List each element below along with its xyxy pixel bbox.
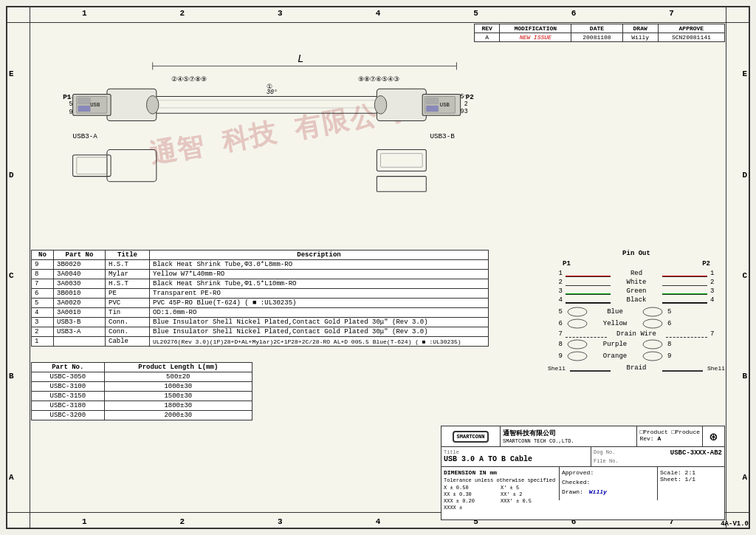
sheet-value: 1/1	[685, 476, 695, 483]
svg-rect-41	[377, 177, 426, 192]
svg-rect-13	[78, 98, 90, 104]
grid-letter-a-right: A	[742, 473, 747, 482]
svg-text:5: 5	[461, 93, 464, 100]
grid-num-2: 2	[180, 9, 185, 18]
svg-rect-40	[381, 154, 423, 168]
grid-num-bot-1: 1	[82, 517, 87, 526]
parts-row-3100: USBC-31001000±30	[32, 382, 252, 392]
svg-point-45	[568, 319, 587, 328]
tolerance-note: Tolerance unless otherwise specified	[444, 477, 557, 483]
svg-text:USB: USB	[440, 102, 450, 108]
rev-value: A	[657, 435, 661, 442]
grid-letter-d-left: D	[9, 171, 14, 180]
bom-row-6: 63B0010PETransparent PE-RO	[32, 289, 489, 299]
grid-num-5: 5	[473, 9, 478, 18]
grid-letter-a-left: A	[9, 473, 14, 482]
svg-point-21	[146, 96, 158, 115]
bom-header-title: Title	[106, 251, 150, 260]
grid-num-bot-4: 4	[376, 517, 381, 526]
company-name-en: SMARTCONN TECH CO.,LTD.	[503, 438, 634, 444]
pin-row-3: 3 Green 3	[548, 287, 725, 295]
svg-text:9: 9	[461, 108, 464, 115]
drawn-value: Willy	[589, 488, 607, 495]
svg-text:30°: 30°	[267, 89, 278, 95]
drawing-svg: L ②④⑤⑦⑧⑨ ⑨⑧⑦⑥⑤④③ ① USB P1 5 9 USB3-A USB…	[31, 24, 548, 245]
svg-text:9: 9	[69, 109, 72, 115]
parts-header-partno: Part No.	[32, 363, 105, 372]
svg-text:3: 3	[464, 108, 468, 115]
grid-num-4: 4	[376, 9, 381, 18]
svg-point-47	[568, 340, 587, 349]
svg-rect-39	[377, 150, 426, 171]
pin-row-7: 7 Drain Wire 7	[548, 330, 725, 338]
company-logo: SMARTCONN	[453, 431, 489, 443]
grid-num-bot-3: 3	[278, 517, 283, 526]
grid-letter-e-right: E	[742, 69, 747, 78]
bom-row-5: 53A0020PVCPVC 45P-RO Blue(T-624) ( ■ :UL…	[32, 299, 489, 308]
pin-row-2: 2 White 2	[548, 279, 725, 286]
svg-text:5: 5	[69, 100, 72, 107]
svg-point-43	[568, 307, 587, 316]
scale-value: 2:1	[685, 469, 695, 476]
pin-out-diagram: Pin Out P1 P2 1 Red 1 2 White 2 3 Green …	[548, 250, 725, 373]
bom-header-no: No	[32, 251, 54, 260]
bom-row-7: 73A0030H.S.TBlack Heat Shrink Tube,Φ1.5*…	[32, 279, 489, 289]
svg-point-46	[643, 319, 662, 328]
pin-row-6: 6 Yellow 6	[548, 318, 725, 329]
pin-row-shell: Shell Braid Shell	[548, 364, 725, 372]
grid-letter-b-right: B	[742, 372, 747, 381]
bom-table: No Part No Title Description 93B0020H.S.…	[31, 250, 489, 347]
svg-point-44	[643, 307, 662, 316]
bom-row-9: 93B0020H.S.TBlack Heat Shrink Tube,Φ3.0*…	[32, 260, 489, 270]
rev-header-approve: APPROVE	[658, 24, 724, 33]
dimension-unit: DIMENSION IN mm	[444, 469, 557, 476]
grid-letter-c-right: C	[742, 271, 747, 280]
rev-row-draw: Willy	[622, 33, 658, 42]
svg-text:USB: USB	[90, 102, 100, 108]
bom-row-4: 43A0010TinOD:1.0mm-RO	[32, 308, 489, 318]
svg-text:2: 2	[464, 100, 468, 107]
pin-row-1: 1 Red 1	[548, 270, 725, 277]
company-name-cn: 通智科技有限公司	[503, 429, 634, 438]
grid-letter-b-left: B	[9, 372, 14, 381]
svg-rect-29	[426, 106, 438, 112]
parts-row-3180: USBC-31801800±30	[32, 401, 252, 411]
bom-row-3: 3USB3-BConn.Blue Insulator Shell Nickel …	[32, 318, 489, 327]
svg-rect-23	[73, 155, 111, 177]
pin-out-p1-header: P1	[563, 260, 571, 268]
rev-header-date: DATE	[571, 24, 622, 33]
grid-num-6: 6	[571, 9, 577, 18]
grid-letter-c-left: C	[9, 271, 14, 280]
bom-header-desc: Description	[150, 251, 489, 260]
svg-point-50	[643, 352, 662, 361]
grid-num-1: 1	[82, 9, 87, 18]
grid-num-7: 7	[669, 9, 674, 18]
svg-text:USB3-B: USB3-B	[430, 132, 455, 140]
pin-row-8: 8 Purple 8	[548, 339, 725, 350]
svg-rect-14	[78, 106, 90, 112]
svg-rect-28	[426, 98, 438, 104]
pin-out-title: Pin Out	[548, 250, 725, 257]
parts-row-3200: USBC-32002000±30	[32, 411, 252, 420]
bom-row-1: 1CableUL20276(Rev 3.0)(1P)28+D+AL+Mylar)…	[32, 337, 489, 347]
svg-rect-24	[77, 157, 107, 174]
grid-num-bot-2: 2	[180, 517, 185, 526]
parts-row-3050: USBC-3050500±20	[32, 372, 252, 382]
checked-label: Checked:	[562, 479, 590, 485]
parts-row-3150: USBC-31501500±30	[32, 392, 252, 401]
grid-num-3: 3	[278, 9, 283, 18]
grid-letter-e-left: E	[9, 69, 14, 78]
pin-row-4: 4 Black 4	[548, 296, 725, 304]
pin-row-5: 5 Blue 5	[548, 307, 725, 317]
title-block: SMARTCONN 通智科技有限公司 SMARTCONN TECH CO.,LT…	[441, 426, 725, 520]
svg-point-38	[374, 96, 386, 115]
grid-letter-d-right: D	[742, 171, 747, 180]
pin-out-p2-header: P2	[702, 260, 710, 268]
rev-header-draw: DRAW	[622, 24, 658, 33]
drawing-title: USB 3.0 A TO B Cable	[444, 455, 588, 463]
parts-list-table: Part No. Product Length L(mm) USBC-30505…	[31, 362, 252, 420]
svg-point-48	[643, 340, 662, 349]
bom-row-8: 83A0040MylarYellow W7*L40mm-RO	[32, 270, 489, 279]
doc-number: USBC-3XXX-AB2	[670, 449, 722, 457]
bom-header-partno: Part No	[54, 251, 106, 260]
